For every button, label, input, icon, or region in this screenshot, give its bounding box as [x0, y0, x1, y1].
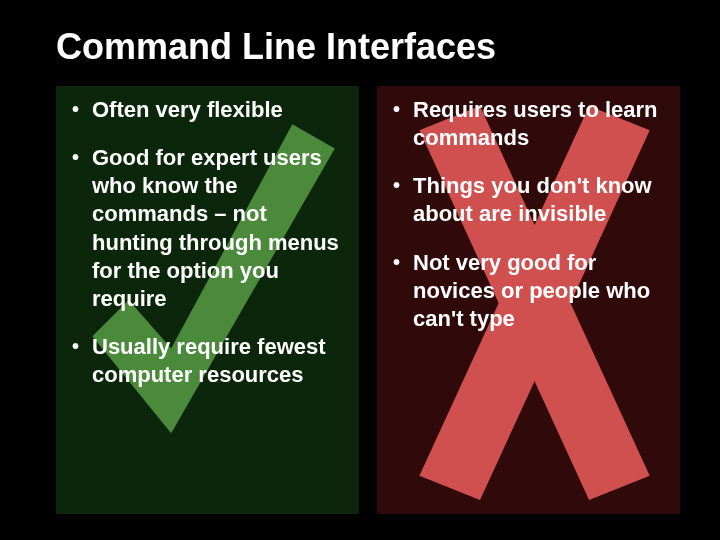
list-item: • Usually require fewest computer resour…: [72, 333, 343, 389]
bullet-icon: •: [72, 96, 92, 123]
page-title: Command Line Interfaces: [56, 26, 680, 68]
list-item-text: Often very flexible: [92, 96, 343, 124]
bullet-icon: •: [393, 172, 413, 199]
pros-list: • Often very flexible • Good for expert …: [66, 92, 349, 389]
list-item-text: Good for expert users who know the comma…: [92, 144, 343, 313]
pros-panel: • Often very flexible • Good for expert …: [56, 86, 359, 514]
list-item-text: Requires users to learn commands: [413, 96, 664, 152]
list-item: • Not very good for novices or people wh…: [393, 249, 664, 333]
cons-panel: • Requires users to learn commands • Thi…: [377, 86, 680, 514]
bullet-icon: •: [393, 249, 413, 276]
columns: • Often very flexible • Good for expert …: [56, 86, 680, 514]
bullet-icon: •: [72, 144, 92, 171]
list-item: • Requires users to learn commands: [393, 96, 664, 152]
list-item-text: Things you don't know about are invisibl…: [413, 172, 664, 228]
bullet-icon: •: [393, 96, 413, 123]
list-item: • Good for expert users who know the com…: [72, 144, 343, 313]
bullet-icon: •: [72, 333, 92, 360]
slide: Command Line Interfaces • Often very fle…: [0, 0, 720, 540]
list-item-text: Not very good for novices or people who …: [413, 249, 664, 333]
list-item: • Often very flexible: [72, 96, 343, 124]
cons-list: • Requires users to learn commands • Thi…: [387, 92, 670, 333]
list-item: • Things you don't know about are invisi…: [393, 172, 664, 228]
list-item-text: Usually require fewest computer resource…: [92, 333, 343, 389]
